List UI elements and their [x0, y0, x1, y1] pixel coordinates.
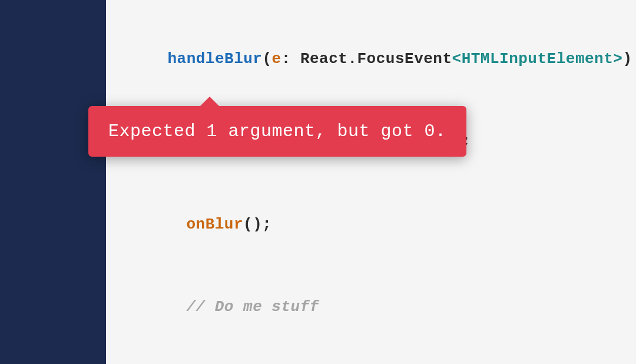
paren-brace: ) {: [622, 50, 636, 68]
param-name: e: [272, 50, 281, 68]
code-line-4: // Do me stuff: [130, 266, 636, 348]
code-line-3: onBlur();: [130, 183, 636, 266]
code-editor-panel: handleBlur(e: React.FocusEvent<HTMLInput…: [106, 0, 636, 364]
comment-text: // Do: [186, 298, 243, 316]
angle-bracket: >: [613, 50, 622, 68]
comment-text: me stuff: [243, 298, 319, 316]
function-call: onBlur: [186, 216, 243, 233]
type-namespace: React: [300, 50, 348, 68]
generic-type: HTMLInputElement: [462, 50, 614, 68]
colon: :: [281, 50, 300, 68]
code-line-1: handleBlur(e: React.FocusEvent<HTMLInput…: [130, 18, 636, 100]
error-message: Expected 1 argument, but got 0.: [108, 121, 446, 141]
error-tooltip: Expected 1 argument, but got 0.: [88, 106, 466, 157]
blank-line: [130, 349, 636, 363]
type-name: FocusEvent: [357, 50, 452, 68]
method-name: handleBlur: [167, 50, 262, 68]
paren: (: [262, 50, 271, 68]
dot: .: [347, 50, 357, 68]
angle-bracket: <: [452, 50, 462, 68]
call-suffix: ();: [243, 216, 271, 233]
